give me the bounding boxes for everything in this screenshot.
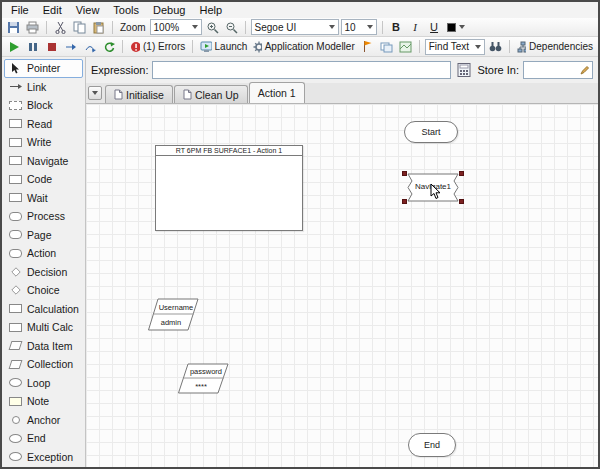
play-button[interactable] [5, 39, 22, 55]
sidebar-item-exception[interactable]: Exception [4, 448, 83, 467]
sidebar-item-label: Exception [27, 451, 73, 463]
sidebar-item-note[interactable]: Note [4, 392, 83, 411]
pause-button[interactable] [24, 39, 41, 55]
paste-button[interactable] [90, 19, 107, 35]
italic-button[interactable]: I [407, 19, 424, 35]
sidebar-item-data-item[interactable]: Data Item [4, 337, 83, 356]
page-selector-button[interactable] [88, 86, 102, 100]
sidebar-item-label: Wait [27, 192, 48, 204]
menu-view[interactable]: View [69, 3, 107, 17]
flag-button[interactable] [359, 39, 376, 55]
action-block[interactable]: RT 6PM FB SURFACE1 - Action 1 [155, 145, 303, 231]
link-icon [8, 82, 23, 91]
step-over-button[interactable] [81, 39, 98, 55]
note-icon [8, 397, 23, 406]
sidebar-item-multi-calc[interactable]: Multi Calc [4, 318, 83, 337]
process-icon [8, 212, 23, 221]
binoculars-icon [489, 41, 502, 52]
sidebar-item-process[interactable]: Process [4, 207, 83, 226]
sidebar-item-anchor[interactable]: Anchor [4, 411, 83, 430]
zoom-out-button[interactable] [223, 19, 240, 35]
block-icon [8, 101, 23, 110]
store-in-input[interactable] [524, 65, 580, 76]
sidebar-item-label: Calculation [27, 303, 79, 315]
copy-button[interactable] [71, 19, 88, 35]
dependencies-button[interactable]: Dependencies [515, 39, 595, 55]
sidebar-item-write[interactable]: Write [4, 133, 83, 152]
underline-button[interactable]: U [426, 19, 443, 35]
errors-button[interactable]: (1) Errors [128, 39, 187, 55]
data-item-value: **** [195, 382, 207, 391]
data-item-username[interactable]: Username admin [148, 298, 199, 332]
selection-handle[interactable] [402, 199, 407, 204]
menu-help[interactable]: Help [192, 3, 229, 17]
selection-handle[interactable] [459, 171, 464, 176]
step-in-button[interactable] [62, 39, 79, 55]
print-icon [26, 21, 39, 34]
sidebar-item-choice[interactable]: Choice [4, 281, 83, 300]
tab-label: Clean Up [195, 89, 239, 101]
calculator-button[interactable] [455, 62, 473, 78]
format-toolbar: Zoom 100% Segoe UI 10 B I U [2, 18, 598, 37]
sidebar-item-label: Note [27, 395, 49, 407]
font-color-button[interactable] [445, 19, 467, 35]
selection-handle[interactable] [402, 171, 407, 176]
save-button[interactable] [5, 19, 22, 35]
tab-initialise[interactable]: Initialise [105, 85, 173, 103]
tab-clean-up[interactable]: Clean Up [174, 85, 248, 103]
end-stage[interactable]: End [408, 433, 456, 457]
play-icon [8, 41, 20, 53]
sidebar-item-block[interactable]: Block [4, 96, 83, 115]
reset-icon [103, 41, 115, 53]
font-size-combobox[interactable]: 10 [341, 19, 377, 35]
application-modeller-button[interactable]: Application Modeller [251, 39, 356, 55]
start-stage[interactable]: Start [404, 121, 458, 143]
pencil-icon [580, 65, 590, 75]
cut-button[interactable] [52, 19, 69, 35]
expression-input[interactable] [152, 61, 451, 79]
sidebar-item-code[interactable]: Code [4, 170, 83, 189]
snapshot-button[interactable] [397, 39, 414, 55]
sidebar-item-end[interactable]: End [4, 429, 83, 448]
menu-file[interactable]: File [4, 3, 36, 17]
find-button[interactable] [487, 39, 504, 55]
zoom-combobox[interactable]: 100% [150, 19, 202, 35]
cascade-windows-button[interactable] [378, 39, 395, 55]
menu-debug[interactable]: Debug [146, 3, 192, 17]
sidebar-item-collection[interactable]: Collection [4, 355, 83, 374]
sidebar-item-link[interactable]: Link [4, 78, 83, 97]
selection-handle[interactable] [459, 199, 464, 204]
editor-column: Expression: Store In: Initialise Clean U… [86, 57, 598, 467]
print-button[interactable] [24, 19, 41, 35]
sidebar-item-page[interactable]: Page [4, 226, 83, 245]
sidebar-item-label: Process [27, 210, 65, 222]
sidebar-item-navigate[interactable]: Navigate [4, 152, 83, 171]
dependencies-label: Dependencies [529, 41, 593, 52]
sidebar-item-wait[interactable]: Wait [4, 189, 83, 208]
action-icon [8, 249, 23, 258]
action-block-title: RT 6PM FB SURFACE1 - Action 1 [156, 146, 302, 156]
font-family-combobox[interactable]: Segoe UI [251, 19, 339, 35]
sidebar-item-action[interactable]: Action [4, 244, 83, 263]
bold-button[interactable]: B [388, 19, 405, 35]
sidebar-item-loop[interactable]: Loop [4, 374, 83, 393]
sidebar-item-label: Data Item [27, 340, 73, 352]
tab-action-1[interactable]: Action 1 [249, 82, 305, 103]
zoom-in-button[interactable] [204, 19, 221, 35]
reset-button[interactable] [100, 39, 117, 55]
sidebar-item-calculation[interactable]: Calculation [4, 300, 83, 319]
font-color-swatch-icon [447, 23, 456, 32]
sidebar-item-decision[interactable]: Decision [4, 263, 83, 282]
launch-button[interactable]: Launch [198, 39, 249, 55]
data-item-password[interactable]: password **** [178, 363, 229, 395]
menu-tools[interactable]: Tools [106, 3, 146, 17]
zoom-in-icon [206, 21, 219, 34]
find-text-combobox[interactable]: Find Text [425, 39, 485, 55]
navigate-icon [8, 156, 23, 165]
sidebar-item-pointer[interactable]: Pointer [4, 59, 83, 78]
stop-button[interactable] [43, 39, 60, 55]
sidebar-item-read[interactable]: Read [4, 115, 83, 134]
menu-edit[interactable]: Edit [36, 3, 69, 17]
step-over-icon [84, 41, 96, 53]
process-canvas[interactable]: Start RT 6PM FB SURFACE1 - Action 1 Navi… [86, 104, 598, 467]
